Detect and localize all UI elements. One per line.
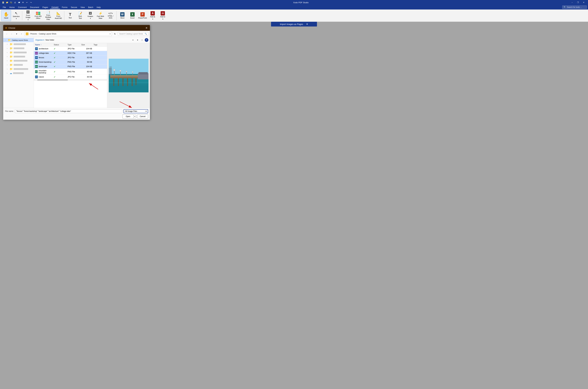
sidebar-item-blur-8[interactable]: › ☁	[3, 71, 34, 75]
file-row-cottage-lake[interactable]: HEIC cottage-lake ✔ HEIC File 287 KB	[34, 51, 107, 56]
redo-icon[interactable]: ↪	[29, 1, 32, 4]
from-autocad-icon: 📐	[57, 12, 60, 15]
send-icon[interactable]: 📨	[17, 1, 21, 4]
pdfx-button[interactable]: /X PDF/X ▾	[158, 10, 168, 21]
menu-home[interactable]: Home	[8, 5, 16, 9]
menu-batch[interactable]: Batch	[87, 5, 95, 9]
horizontal-scrollbar[interactable]	[34, 79, 107, 81]
excel-label: Excel	[130, 17, 135, 19]
col-tags-header[interactable]: Tags	[93, 44, 106, 46]
word-button[interactable]: W Word	[118, 10, 127, 21]
folder-catalog-icon: 📁	[8, 39, 11, 41]
text-button[interactable]: T Text	[65, 10, 75, 21]
menu-forms[interactable]: Forms	[60, 5, 69, 9]
sidebar-item-blur-1[interactable]: › 📁	[3, 42, 34, 46]
view-list-button[interactable]: ≡	[131, 38, 135, 42]
undo-icon[interactable]: ↩	[26, 1, 29, 4]
sidebar-item-blur-7[interactable]: › 📁	[3, 67, 34, 71]
filename-input[interactable]	[15, 109, 122, 113]
menu-comment[interactable]: Comment	[17, 5, 28, 9]
col-size-header[interactable]: Size	[81, 44, 93, 46]
type-nature: JPG File	[67, 76, 81, 78]
col-name-header[interactable]: Name ↑	[35, 44, 54, 46]
sidebar-item-blur-3[interactable]: › 📁	[3, 50, 34, 55]
from-image-button[interactable]: 🖼 FromImage ▾	[23, 10, 33, 21]
fast-web-view-button[interactable]: ⚡ Fast WebView	[95, 10, 105, 21]
open-button[interactable]: Open	[122, 114, 133, 118]
open-dropdown-button[interactable]: ▾	[133, 115, 136, 118]
menu-help[interactable]: Help	[95, 5, 102, 9]
sidebar-item-blur-6[interactable]: › 📁	[3, 63, 34, 67]
print-icon[interactable]: 🖨	[13, 1, 17, 4]
search-bar[interactable]: Search Catalog Layout Shots 🔍	[118, 32, 148, 36]
col-type-header[interactable]: Type	[67, 44, 81, 46]
sidebar-item-blur-2[interactable]: › 📁	[3, 46, 34, 50]
organize-button[interactable]: Organize ▾	[35, 39, 44, 41]
search-catalog-placeholder: Search Catalog Layout Shots	[119, 33, 144, 35]
nav-forward-button[interactable]: ›	[10, 32, 14, 36]
selection-tool-button[interactable]: ↖ Selection ▾	[11, 10, 21, 21]
file-name-fences: JPG fences	[35, 56, 54, 59]
powerpoint-button[interactable]: P PowerPoint	[138, 10, 147, 21]
excel-button[interactable]: X Excel	[128, 10, 137, 21]
sidebar-item-catalog[interactable]: › 📁 Catalog Layout Shots	[3, 38, 34, 42]
menu-file[interactable]: File	[1, 5, 7, 9]
menu-secure[interactable]: Secure	[69, 5, 79, 9]
scan-icon[interactable]: 📷	[9, 1, 13, 4]
close-button[interactable]: ✕	[581, 0, 587, 5]
hand-tool-button[interactable]: ✋ Hand	[1, 10, 11, 21]
sidebar-blur-label-3	[14, 52, 27, 53]
file-row-mountain-backdrop[interactable]: PNG mountain-backdrop ✔ PNG File 80 KB	[34, 69, 107, 75]
rich-text-icon: 📝	[78, 12, 82, 15]
file-row-landscape[interactable]: PNG landscape ✔ PNG File 104 KB	[34, 64, 107, 69]
sidebar-item-blur-5[interactable]: › 📁	[3, 59, 34, 63]
sidebar-chevron-blur5-icon: ›	[7, 60, 9, 62]
view-dropdown-button[interactable]: ▾	[136, 38, 140, 42]
dialog-close-button[interactable]: ✕	[145, 26, 148, 30]
text-label: Text	[69, 17, 72, 19]
breadcrumb-pictures[interactable]: Pictures	[30, 33, 37, 35]
breadcrumb-catalog[interactable]: Catalog Layout Shots	[39, 33, 56, 35]
from-ms-office-button[interactable]: W X P N From MSOffice	[33, 10, 43, 21]
sidebar-blur-label-2	[14, 47, 24, 49]
cancel-button[interactable]: Cancel	[137, 114, 148, 118]
pdfa-button[interactable]: A PDF/A ▾	[148, 10, 158, 21]
menu-pages[interactable]: Pages	[41, 5, 50, 9]
from-multiple-files-button[interactable]: 📑 From MultipleFiles	[43, 10, 53, 21]
nav-refresh-button[interactable]: ↻	[113, 32, 117, 36]
breadcrumb-sep-2: ›	[37, 33, 38, 35]
nav-recent-button[interactable]: ▾	[15, 32, 19, 36]
nav-back-button[interactable]: ‹	[5, 32, 9, 36]
file-row-forest-backdrop[interactable]: PNG forest-backdrop ✔ PNG File 69 KB	[34, 60, 107, 64]
nav-up-button[interactable]: ↑	[19, 32, 24, 36]
col-status-header[interactable]: Status	[54, 44, 67, 46]
open-icon[interactable]: 📁	[5, 1, 9, 4]
menu-document[interactable]: Document	[29, 5, 41, 9]
filetype-select[interactable]: All Image Files ▾	[123, 109, 148, 113]
file-row-fences[interactable]: JPG fences ✔ JPG File 63 KB	[34, 56, 107, 60]
sidebar-item-blur-4[interactable]: › 📁	[3, 55, 34, 59]
menu-view[interactable]: View	[79, 5, 86, 9]
rich-text-label: RichText	[79, 15, 82, 19]
h-scroll-thumb[interactable]	[37, 80, 68, 80]
rich-text-button[interactable]: 📝 RichText	[75, 10, 85, 21]
minimize-button[interactable]: −	[569, 0, 575, 5]
search-tools-bar[interactable]: 🔍 Search for tools ...	[562, 5, 587, 9]
email-icon[interactable]: ✉	[21, 1, 25, 4]
help-button[interactable]: ?	[145, 38, 148, 42]
menu-convert[interactable]: Convert	[50, 5, 60, 9]
file-row-nature[interactable]: JPG nature ✔ JPG File 84 KB	[34, 75, 107, 79]
images-button[interactable]: 🖼 Images ▾	[86, 10, 95, 21]
view-preview-button[interactable]: □	[140, 38, 144, 42]
maximize-button[interactable]: ❐	[575, 0, 581, 5]
save-icon[interactable]: 💾	[1, 1, 5, 4]
file-row-architecture[interactable]: JPG architecture ✔ JPG File 104 KB	[34, 47, 107, 51]
breadcrumb-dropdown-icon[interactable]: ▾	[110, 33, 111, 35]
from-autocad-button[interactable]: 📐 FromAutoCAD	[54, 10, 63, 21]
new-folder-button[interactable]: New folder	[45, 39, 54, 41]
app-area: ⚙ Choose ✕ ‹ › ▾ ↑ › Pictures › Catalog …	[0, 22, 588, 389]
html-svg-button[interactable]: </> HTML /SVG	[106, 10, 116, 21]
folder-blur3-icon: 📁	[10, 51, 13, 54]
sidebar-chevron-blur2-icon: ›	[7, 47, 9, 49]
ribbon-popup-close-button[interactable]: ✕	[306, 23, 308, 26]
